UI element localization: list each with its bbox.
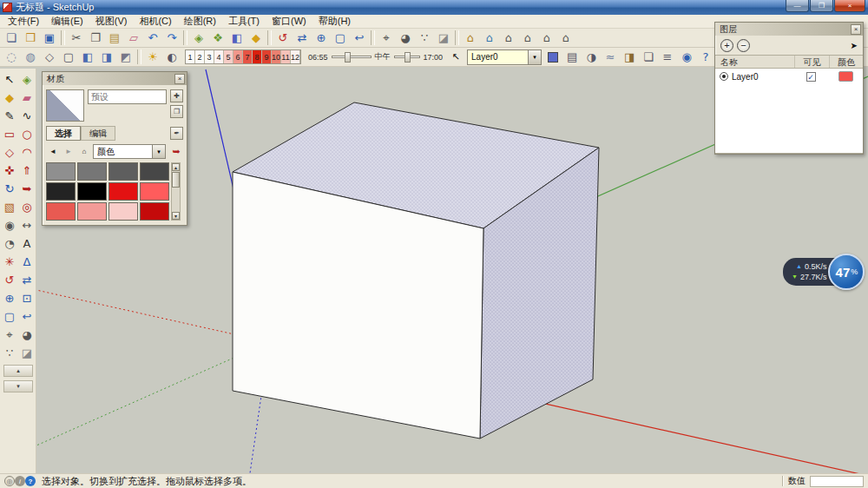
xray-style-icon[interactable]: ◌ <box>2 49 21 66</box>
layer-select[interactable]: Layer0 ▾ <box>467 49 542 65</box>
scene-tab[interactable]: 9 <box>262 50 272 63</box>
shadow-toggle-icon[interactable]: ◐ <box>162 49 181 66</box>
make-component-icon[interactable]: ◈ <box>189 30 208 47</box>
menu-item[interactable]: 绘图(R) <box>178 15 222 28</box>
tab-select[interactable]: 选择 <box>46 126 81 141</box>
push-pull-tool-icon[interactable]: ⇑ <box>18 162 36 180</box>
menu-item[interactable]: 窗口(W) <box>266 15 312 28</box>
open-file-icon[interactable]: ❒ <box>21 30 40 47</box>
eraser-tool-icon[interactable]: ▰ <box>18 89 36 107</box>
scene-tab[interactable]: 2 <box>195 50 205 63</box>
component-library-icon[interactable]: ◧ <box>227 30 247 47</box>
move-tool-icon[interactable]: ✜ <box>1 162 18 180</box>
secondary-pane-icon[interactable]: ❐ <box>170 105 183 118</box>
look-around-tool-icon[interactable]: ◕ <box>18 326 36 344</box>
zoom-extents-icon[interactable]: ▢ <box>331 30 350 47</box>
text-tool-icon[interactable]: A <box>18 234 36 253</box>
orbit-tool-icon[interactable]: ↺ <box>1 271 18 289</box>
shadow-dialog-icon[interactable]: ☀ <box>143 49 162 66</box>
walk-icon[interactable]: ∵ <box>415 30 434 47</box>
color-swatch[interactable] <box>140 202 169 221</box>
pan-tool-icon[interactable]: ⇄ <box>18 271 36 289</box>
redo-icon[interactable]: ↷ <box>162 30 181 47</box>
circle-tool-icon[interactable]: ○ <box>18 125 36 143</box>
current-layer-radio[interactable] <box>720 72 728 81</box>
shadow-time-slider-thumb[interactable] <box>345 52 351 63</box>
layers-panel-close-icon[interactable]: × <box>851 24 861 35</box>
column-header-color[interactable]: 颜色 <box>830 56 863 68</box>
scene-tab[interactable]: 11 <box>281 50 291 63</box>
layer-row[interactable]: Layer0 ✓ <box>715 69 863 84</box>
scroll-down-icon[interactable]: ▾ <box>172 212 180 220</box>
protractor-tool-icon[interactable]: ◔ <box>1 234 18 253</box>
home-icon[interactable]: ⌂ <box>77 145 91 158</box>
scene-tab[interactable]: 5 <box>224 50 233 63</box>
select-tool-icon[interactable]: ↖ <box>1 70 18 89</box>
monochrome-style-icon[interactable]: ◩ <box>116 49 135 66</box>
cursor-icon[interactable]: ↖ <box>446 49 465 66</box>
back-arrow-icon[interactable]: ◄ <box>46 145 60 158</box>
rectangle-tool-icon[interactable]: ▭ <box>1 125 18 143</box>
iso-view-icon[interactable]: ⌂ <box>461 30 480 47</box>
scenes-icon[interactable]: ❏ <box>639 49 658 66</box>
position-camera-icon[interactable]: ⌖ <box>377 30 396 47</box>
save-icon[interactable]: ▣ <box>40 30 59 47</box>
minimize-button[interactable]: — <box>786 0 809 12</box>
instructor-icon[interactable]: ? <box>696 49 715 66</box>
layer-name[interactable]: Layer0 <box>732 72 793 82</box>
arc-tool-icon[interactable]: ◠ <box>18 143 36 162</box>
net-speed-overlay[interactable]: ▲ 0.5K/s ▼ 27.7K/s 47 % <box>783 254 865 290</box>
follow-me-tool-icon[interactable]: ➥ <box>18 180 36 198</box>
scene-tab[interactable]: 3 <box>205 50 214 63</box>
memory-percent-badge[interactable]: 47 % <box>828 254 865 290</box>
layer-color-swatch[interactable] <box>838 71 853 82</box>
menu-item[interactable]: 帮助(H) <box>312 15 357 28</box>
delete-layer-icon[interactable]: − <box>737 39 750 52</box>
top-view-icon[interactable]: ⌂ <box>480 30 499 47</box>
section-plane-tool-icon[interactable]: ◪ <box>18 344 36 362</box>
back-edges-style-icon[interactable]: ◍ <box>21 49 40 66</box>
shadow-time-slider[interactable] <box>332 56 372 58</box>
paint-bucket-tool-icon[interactable]: ◆ <box>1 89 18 107</box>
column-header-name[interactable]: 名称 <box>715 56 795 68</box>
forward-arrow-icon[interactable]: ► <box>62 145 76 158</box>
paste-icon[interactable]: ▤ <box>105 30 124 47</box>
previous-view-icon[interactable]: ↩ <box>350 30 369 47</box>
make-component-tool-icon[interactable]: ◈ <box>18 70 36 89</box>
materials-panel-titlebar[interactable]: 材质 × <box>43 72 187 85</box>
look-around-icon[interactable]: ◕ <box>396 30 415 47</box>
menu-item[interactable]: 编辑(E) <box>45 15 89 28</box>
scroll-up-icon[interactable]: ▴ <box>172 163 180 171</box>
layer-select-dropdown-icon[interactable]: ▾ <box>528 50 541 64</box>
line-tool-icon[interactable]: ✎ <box>1 107 18 125</box>
geolocation-icon[interactable]: ◎ <box>4 476 15 486</box>
shadow-date-slider[interactable] <box>394 56 420 58</box>
outliner-icon[interactable]: ≡ <box>658 49 677 66</box>
paint-bucket-icon[interactable]: ◆ <box>247 30 266 47</box>
layer-visible-checkbox[interactable]: ✓ <box>806 72 816 82</box>
color-swatch[interactable] <box>46 182 76 201</box>
tape-measure-tool-icon[interactable]: ◉ <box>1 216 18 234</box>
color-swatch[interactable] <box>140 182 169 201</box>
scene-tab[interactable]: 12 <box>291 50 300 63</box>
hidden-line-style-icon[interactable]: ▢ <box>59 49 78 66</box>
create-material-icon[interactable]: ✚ <box>170 89 183 102</box>
right-view-icon[interactable]: ⌂ <box>518 30 537 47</box>
layer-color-button[interactable] <box>543 49 562 66</box>
help-icon[interactable]: ? <box>25 476 36 486</box>
swatch-scrollbar[interactable]: ▴ ▾ <box>171 162 181 221</box>
front-view-icon[interactable]: ⌂ <box>499 30 518 47</box>
cut-icon[interactable]: ✂ <box>67 30 86 47</box>
menu-item[interactable]: 相机(C) <box>133 15 177 28</box>
3d-text-tool-icon[interactable]: Δ <box>18 253 36 271</box>
scene-tab[interactable]: 10 <box>272 50 281 63</box>
copy-icon[interactable]: ❐ <box>86 30 105 47</box>
color-swatch[interactable] <box>77 162 107 181</box>
make-group-icon[interactable]: ❖ <box>208 30 227 47</box>
eyedropper-icon[interactable]: ✒ <box>170 127 183 140</box>
claim-icon[interactable]: i <box>15 476 25 486</box>
zoom-window-tool-icon[interactable]: ⊡ <box>18 289 36 307</box>
shadows-icon[interactable]: ◑ <box>582 49 601 66</box>
measurement-input[interactable] <box>810 476 864 487</box>
color-swatch[interactable] <box>140 162 169 181</box>
